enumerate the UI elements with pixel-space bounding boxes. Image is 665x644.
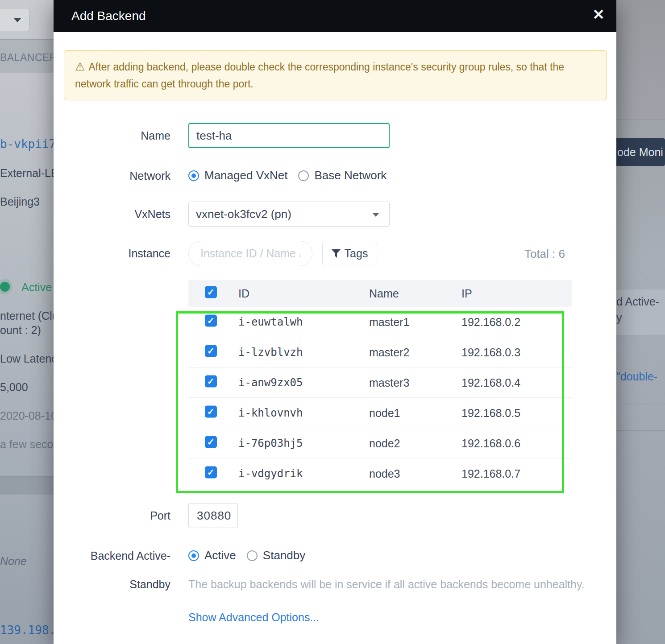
bg-created-date: 2020-08-10 [0,409,54,422]
table-row[interactable]: i-khlovnvh node1 192.168.0.5 [188,398,572,428]
instance-name: node3 [369,467,400,480]
instance-ip: 192.168.0.2 [461,315,520,328]
bg-balancers-heading: BALANCERS [0,52,54,64]
table-row[interactable]: i-anw9zx05 master3 192.168.0.4 [188,367,572,398]
row-checkbox[interactable] [205,405,217,417]
radio-standby[interactable] [247,550,258,561]
bg-dropdown-button [0,8,29,31]
instance-id: i-vdgydrik [238,467,303,480]
warning-text: After adding backend, please double chec… [75,61,564,90]
radio-standby-label[interactable]: Standby [263,549,305,562]
standby-hint-text: The backup backends will be in service i… [188,578,599,591]
background-right-strip: ode Moni d Active- y "double- [616,0,665,644]
bg-elapsed-time: a few second [0,438,54,451]
column-header-id: ID [238,287,249,300]
select-all-checkbox[interactable] [205,286,217,298]
instance-search-input[interactable] [188,241,312,266]
instance-id: i-76p03hj5 [238,437,303,450]
bg-capacity: 5,000 [0,381,28,394]
name-input[interactable] [188,123,390,148]
bg-status-badge: Active [21,281,52,294]
instance-id: i-euwtalwh [238,316,303,328]
instance-name: master1 [369,315,409,328]
bg-active-standby-line2: y [616,311,622,324]
bg-node-monitor-button: ode Moni [616,138,665,166]
instance-name: master3 [369,376,409,389]
port-label: Port [54,509,170,522]
row-checkbox[interactable] [205,345,217,357]
bg-divider [616,120,665,120]
bg-network-type-line2: ount : 2) [0,324,41,337]
vxnets-select[interactable]: vxnet-ok3fcv2 (pn) [188,202,390,227]
row-checkbox[interactable] [205,466,217,479]
table-row[interactable]: i-lzvblvzh master2 192.168.0.3 [188,337,572,367]
instance-ip: 192.168.0.4 [461,376,520,389]
instance-name: node2 [369,437,400,450]
instance-ip: 192.168.0.6 [461,437,520,450]
instance-id: i-anw9zx05 [238,376,303,389]
close-icon[interactable]: ✕ [592,4,605,25]
name-label: Name [54,129,170,142]
instance-id: i-lzvblvzh [238,346,303,359]
radio-managed-vxnet-label[interactable]: Managed VxNet [204,169,287,182]
status-dot-icon [0,282,10,292]
bg-zone: Beijing3 [0,195,40,208]
vxnets-label: VxNets [54,208,170,221]
bg-active-standby-line1: d Active- [616,295,659,308]
tags-filter-button[interactable]: Tags [322,242,377,265]
bg-ip-link: 139.198.1 [0,623,54,637]
show-advanced-options-link[interactable]: Show Advanced Options... [188,611,319,624]
radio-base-network-label[interactable]: Base Network [314,169,387,182]
bg-divider [616,430,665,431]
table-row[interactable]: i-vdgydrik node3 192.168.0.7 [188,458,572,489]
funnel-icon [332,249,341,258]
table-row[interactable]: i-euwtalwh master1 192.168.0.2 [188,307,572,337]
port-input[interactable] [188,503,238,528]
instance-ip: 192.168.0.5 [461,406,520,419]
modal-title: Add Backend [71,9,146,23]
instance-ip: 192.168.0.7 [461,467,520,480]
bg-loadbalancer-id-link: b-vkpii7 [0,137,54,151]
network-radio-group: Managed VxNetBase Network [188,169,397,182]
bg-none-value: None [0,555,27,568]
backend-active-standby-label-line1: Backend Active- [54,549,170,562]
instance-name: master2 [369,346,409,359]
row-checkbox[interactable] [205,436,217,448]
instance-label: Instance [54,247,170,260]
table-row[interactable]: i-76p03hj5 node2 192.168.0.6 [188,428,572,458]
modal-header: Add Backend ✕ [54,0,616,32]
bg-network-type-line1: nternet (Clu [0,310,54,322]
bg-card-gap [0,476,54,495]
add-backend-modal: Add Backend ✕ ⚠After adding backend, ple… [54,0,616,644]
radio-base-network[interactable] [298,170,309,181]
vxnets-selected-value: vxnet-ok3fcv2 (pn) [196,207,291,221]
instance-table-header: ID Name IP [188,280,572,307]
radio-active-label[interactable]: Active [204,549,236,562]
instance-id: i-khlovnvh [238,407,303,419]
column-header-ip: IP [461,287,472,300]
background-left-strip: BALANCERS b-vkpii7 External-LB Beijing3 … [0,0,54,644]
instance-table: ID Name IP i-euwtalwh master1 192.168.0.… [188,280,572,489]
row-checkbox[interactable] [205,375,217,387]
instance-ip: 192.168.0.3 [461,346,520,359]
total-count: Total : 6 [471,247,565,261]
chevron-down-icon [14,18,21,22]
bg-double-check-text: "double- [616,370,657,383]
bg-loadbalancer-name: External-LB [0,167,54,180]
backend-active-standby-label-line2: Standby [54,578,170,591]
radio-managed-vxnet[interactable] [188,170,199,181]
column-header-name: Name [369,287,399,300]
chevron-down-icon [372,213,379,217]
backend-radio-group: ActiveStandby [188,549,316,562]
warning-banner: ⚠After adding backend, please double che… [64,50,607,100]
radio-active[interactable] [188,550,199,561]
tags-button-label: Tags [345,247,368,260]
bg-divider [616,404,665,404]
warning-icon: ⚠ [75,60,85,73]
row-checkbox[interactable] [205,314,217,326]
bg-performance: Low Latency [0,352,54,365]
instance-name: node1 [369,406,400,419]
network-label: Network [54,169,170,182]
